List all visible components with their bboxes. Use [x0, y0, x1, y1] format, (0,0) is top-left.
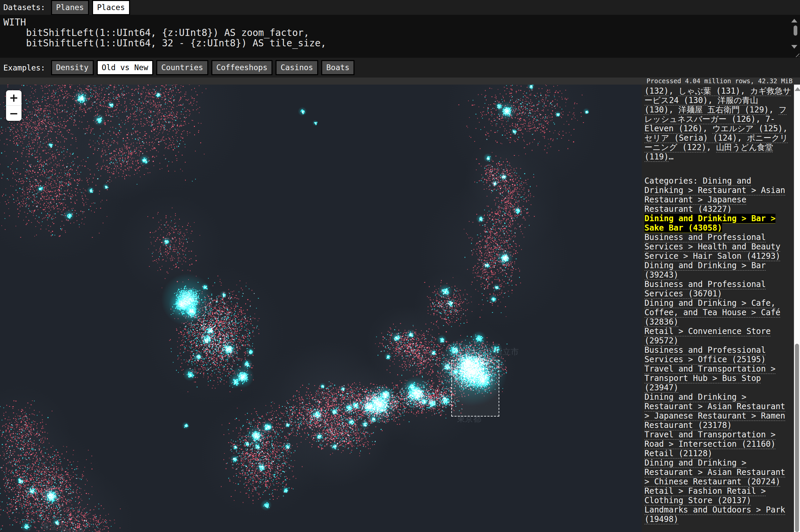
category-link[interactable]: Retail > Convenience Store (29572)	[644, 327, 771, 345]
categories-list: Categories: Dining and Drinking > Restau…	[644, 176, 791, 524]
example-button-countries[interactable]: Countries	[156, 60, 208, 75]
query-editor[interactable]: WITH bitShiftLeft(1::UInt64, {z:UInt8}) …	[0, 15, 800, 58]
category-row: Retail (21128)	[644, 449, 791, 458]
selection-rectangle	[451, 360, 499, 417]
map-zoom-control: + −	[6, 90, 21, 121]
main-area: 日立市 東京都 海盐县 岱山县 + − (132), しゃぶ葉 (131), カ…	[0, 84, 800, 532]
dataset-button-planes[interactable]: Planes	[51, 0, 89, 15]
category-link[interactable]: Dining and Drinking > Cafe, Coffee, and …	[644, 298, 781, 327]
example-button-old-vs-new[interactable]: Old vs New	[97, 60, 153, 75]
editor-scroll-up-icon[interactable]	[791, 19, 797, 22]
category-row: Business and Professional Services > Off…	[644, 345, 791, 364]
category-row: Retail > Fashion Retail > Clothing Store…	[644, 486, 791, 505]
brand-link[interactable]: (132)	[644, 86, 669, 96]
category-row: Travel and Transportation > Road > Inter…	[644, 430, 791, 449]
status-text: Processed 4.04 million rows, 42.32 MiB	[647, 77, 793, 84]
category-link[interactable]: Retail > Fashion Retail > Clothing Store…	[644, 486, 766, 505]
map-canvas[interactable]	[0, 84, 642, 532]
dataset-button-places[interactable]: Places	[92, 0, 130, 15]
category-row: Dining and Drinking > Restaurant > Asian…	[644, 458, 791, 486]
example-button-coffeeshops[interactable]: Coffeeshops	[211, 60, 272, 75]
examples-label: Examples:	[3, 63, 46, 72]
datasets-bar: Datasets: Planes Places	[0, 0, 800, 15]
brand-link[interactable]: セリア (Seria) (124)	[644, 133, 737, 142]
examples-bar: Examples: Density Old vs New Countries C…	[0, 58, 800, 78]
datasets-label: Datasets:	[3, 3, 46, 12]
example-button-density[interactable]: Density	[51, 60, 94, 75]
category-link[interactable]: Dining and Drinking > Restaurant > Asian…	[644, 458, 785, 486]
category-row: Dining and Drinking > Bar > Sake Bar (43…	[644, 214, 791, 233]
category-link[interactable]: Business and Professional Services > Off…	[644, 345, 766, 364]
editor-scrollbar-thumb[interactable]	[794, 25, 797, 36]
category-link[interactable]: Landmarks and Outdoors > Park (19498)	[644, 505, 785, 524]
category-link[interactable]: Travel and Transportation > Transport Hu…	[644, 364, 776, 392]
category-row: Categories: Dining and Drinking > Restau…	[644, 176, 791, 214]
brand-link[interactable]: しゃぶ葉 (131)	[678, 86, 740, 96]
stats-sidebar: (132), しゃぶ葉 (131), カギ救急サービス24 (130), 洋服の…	[642, 84, 794, 532]
brand-link[interactable]: 洋麺屋 五右衛門 (129)	[678, 105, 769, 114]
example-button-boats[interactable]: Boats	[321, 60, 354, 75]
brands-list: (132), しゃぶ葉 (131), カギ救急サービス24 (130), 洋服の…	[644, 86, 791, 162]
query-code[interactable]: WITH bitShiftLeft(1::UInt64, {z:UInt8}) …	[3, 17, 786, 48]
categories-label: Categories:	[644, 176, 703, 186]
category-row: Business and Professional Services (3670…	[644, 280, 791, 298]
category-link[interactable]: Dining and Drinking > Restaurant > Asian…	[644, 392, 785, 430]
category-link[interactable]: Business and Professional Services > Hea…	[644, 233, 781, 261]
category-link[interactable]: Retail (21128)	[644, 449, 712, 458]
category-link[interactable]: Dining and Drinking > Bar (39243)	[644, 261, 766, 280]
category-link[interactable]: Travel and Transportation > Road > Inter…	[644, 430, 776, 449]
map[interactable]: 日立市 東京都 海盐县 岱山县 + −	[0, 84, 642, 532]
brand-link[interactable]: ウエルシア (125)	[712, 124, 783, 133]
category-row: Retail > Convenience Store (29572)	[644, 327, 791, 345]
scroll-up-arrow-icon[interactable]	[795, 87, 800, 91]
map-city-label: 岱山县	[60, 526, 85, 532]
sidebar-scrollbar[interactable]	[794, 84, 800, 532]
editor-scroll-down-icon[interactable]	[791, 45, 797, 49]
category-row: Dining and Drinking > Bar (39243)	[644, 261, 791, 280]
status-bar: Processed 4.04 million rows, 42.32 MiB	[0, 78, 800, 84]
zoom-in-button[interactable]: +	[6, 90, 21, 106]
example-button-casinos[interactable]: Casinos	[275, 60, 318, 75]
category-row: Business and Professional Services > Hea…	[644, 233, 791, 261]
editor-resize-grip-icon[interactable]	[794, 51, 799, 57]
sidebar-scrollbar-thumb[interactable]	[795, 344, 799, 532]
zoom-out-button[interactable]: −	[6, 106, 21, 121]
category-row: Dining and Drinking > Restaurant > Asian…	[644, 392, 791, 430]
category-row: Landmarks and Outdoors > Park (19498)	[644, 505, 791, 524]
category-row: Travel and Transportation > Transport Hu…	[644, 364, 791, 392]
map-city-label: 日立市	[495, 346, 519, 357]
category-row: Dining and Drinking > Cafe, Coffee, and …	[644, 298, 791, 327]
category-link[interactable]: Business and Professional Services (3670…	[644, 280, 766, 298]
category-link-selected[interactable]: Dining and Drinking > Bar > Sake Bar (43…	[644, 214, 776, 233]
